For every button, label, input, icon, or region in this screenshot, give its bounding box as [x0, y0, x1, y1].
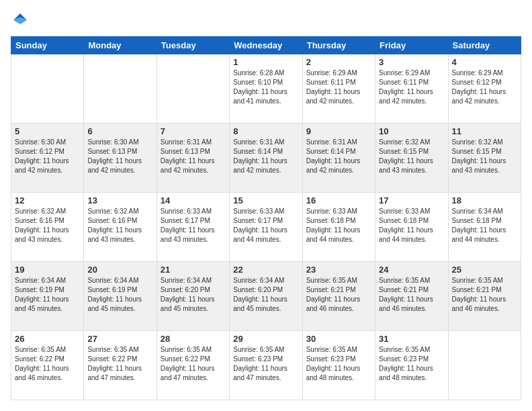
logo-icon: [11, 11, 30, 30]
calendar-cell: 30Sunrise: 6:35 AM Sunset: 6:23 PM Dayli…: [302, 331, 375, 400]
day-info: Sunrise: 6:33 AM Sunset: 6:17 PM Dayligh…: [233, 207, 298, 244]
day-number: 11: [452, 126, 517, 136]
day-info: Sunrise: 6:35 AM Sunset: 6:22 PM Dayligh…: [161, 345, 226, 383]
day-info: Sunrise: 6:35 AM Sunset: 6:22 PM Dayligh…: [87, 345, 152, 383]
calendar-cell: [11, 54, 84, 124]
day-number: 7: [161, 126, 226, 136]
calendar-cell: 21Sunrise: 6:34 AM Sunset: 6:20 PM Dayli…: [157, 262, 229, 331]
calendar-cell: 31Sunrise: 6:35 AM Sunset: 6:23 PM Dayli…: [375, 331, 448, 400]
day-number: 24: [379, 265, 444, 275]
day-number: 2: [306, 57, 371, 67]
day-number: 13: [87, 195, 152, 205]
calendar-cell: 9Sunrise: 6:31 AM Sunset: 6:14 PM Daylig…: [302, 124, 375, 193]
day-number: 3: [379, 57, 444, 67]
day-info: Sunrise: 6:35 AM Sunset: 6:22 PM Dayligh…: [15, 345, 80, 383]
day-info: Sunrise: 6:32 AM Sunset: 6:15 PM Dayligh…: [452, 138, 517, 175]
day-number: 17: [379, 195, 444, 205]
calendar-cell: 18Sunrise: 6:34 AM Sunset: 6:18 PM Dayli…: [448, 193, 521, 262]
day-header-sunday: Sunday: [11, 37, 84, 54]
day-info: Sunrise: 6:34 AM Sunset: 6:19 PM Dayligh…: [15, 276, 80, 314]
day-number: 25: [452, 265, 517, 275]
calendar-cell: 14Sunrise: 6:33 AM Sunset: 6:17 PM Dayli…: [157, 193, 229, 262]
day-info: Sunrise: 6:32 AM Sunset: 6:16 PM Dayligh…: [87, 207, 152, 244]
calendar-cell: 22Sunrise: 6:34 AM Sunset: 6:20 PM Dayli…: [230, 262, 302, 331]
header: [11, 11, 521, 30]
calendar-cell: 1Sunrise: 6:28 AM Sunset: 6:10 PM Daylig…: [230, 54, 302, 124]
day-number: 1: [233, 57, 298, 67]
day-info: Sunrise: 6:33 AM Sunset: 6:17 PM Dayligh…: [161, 207, 226, 244]
day-header-wednesday: Wednesday: [230, 37, 302, 54]
calendar-cell: 28Sunrise: 6:35 AM Sunset: 6:22 PM Dayli…: [157, 331, 229, 400]
day-header-tuesday: Tuesday: [157, 37, 229, 54]
day-info: Sunrise: 6:31 AM Sunset: 6:14 PM Dayligh…: [306, 138, 371, 175]
day-info: Sunrise: 6:32 AM Sunset: 6:15 PM Dayligh…: [379, 138, 444, 175]
day-number: 10: [379, 126, 444, 136]
day-number: 30: [306, 334, 371, 344]
calendar-cell: 5Sunrise: 6:30 AM Sunset: 6:12 PM Daylig…: [11, 124, 84, 193]
day-number: 4: [452, 57, 517, 67]
day-number: 27: [87, 334, 152, 344]
calendar-cell: 4Sunrise: 6:29 AM Sunset: 6:12 PM Daylig…: [448, 54, 521, 124]
calendar-cell: 23Sunrise: 6:35 AM Sunset: 6:21 PM Dayli…: [302, 262, 375, 331]
calendar-cell: 27Sunrise: 6:35 AM Sunset: 6:22 PM Dayli…: [84, 331, 157, 400]
day-number: 16: [306, 195, 371, 205]
calendar-cell: [84, 54, 157, 124]
day-info: Sunrise: 6:35 AM Sunset: 6:21 PM Dayligh…: [306, 276, 371, 314]
day-info: Sunrise: 6:30 AM Sunset: 6:13 PM Dayligh…: [87, 138, 152, 175]
day-number: 5: [15, 126, 80, 136]
day-number: 15: [233, 195, 298, 205]
day-info: Sunrise: 6:35 AM Sunset: 6:21 PM Dayligh…: [379, 276, 444, 314]
calendar-cell: 24Sunrise: 6:35 AM Sunset: 6:21 PM Dayli…: [375, 262, 448, 331]
day-number: 9: [306, 126, 371, 136]
day-info: Sunrise: 6:31 AM Sunset: 6:14 PM Dayligh…: [233, 138, 298, 175]
day-number: 22: [233, 265, 298, 275]
calendar-cell: 11Sunrise: 6:32 AM Sunset: 6:15 PM Dayli…: [448, 124, 521, 193]
calendar-cell: 25Sunrise: 6:35 AM Sunset: 6:21 PM Dayli…: [448, 262, 521, 331]
day-info: Sunrise: 6:31 AM Sunset: 6:13 PM Dayligh…: [161, 138, 226, 175]
day-info: Sunrise: 6:29 AM Sunset: 6:11 PM Dayligh…: [379, 68, 444, 106]
day-info: Sunrise: 6:34 AM Sunset: 6:20 PM Dayligh…: [233, 276, 298, 314]
calendar-cell: 7Sunrise: 6:31 AM Sunset: 6:13 PM Daylig…: [157, 124, 229, 193]
page: SundayMondayTuesdayWednesdayThursdayFrid…: [0, 0, 532, 411]
day-info: Sunrise: 6:35 AM Sunset: 6:23 PM Dayligh…: [306, 345, 371, 383]
day-number: 31: [379, 334, 444, 344]
day-info: Sunrise: 6:35 AM Sunset: 6:23 PM Dayligh…: [233, 345, 298, 383]
day-number: 26: [15, 334, 80, 344]
day-info: Sunrise: 6:29 AM Sunset: 6:11 PM Dayligh…: [306, 68, 371, 106]
calendar-cell: 19Sunrise: 6:34 AM Sunset: 6:19 PM Dayli…: [11, 262, 84, 331]
day-header-monday: Monday: [84, 37, 157, 54]
day-info: Sunrise: 6:34 AM Sunset: 6:18 PM Dayligh…: [452, 207, 517, 244]
day-number: 20: [87, 265, 152, 275]
day-info: Sunrise: 6:34 AM Sunset: 6:19 PM Dayligh…: [87, 276, 152, 314]
calendar-cell: 13Sunrise: 6:32 AM Sunset: 6:16 PM Dayli…: [84, 193, 157, 262]
day-info: Sunrise: 6:28 AM Sunset: 6:10 PM Dayligh…: [233, 68, 298, 106]
day-number: 8: [233, 126, 298, 136]
calendar-cell: 8Sunrise: 6:31 AM Sunset: 6:14 PM Daylig…: [230, 124, 302, 193]
day-number: 28: [161, 334, 226, 344]
day-number: 23: [306, 265, 371, 275]
calendar-cell: [448, 331, 521, 400]
day-number: 21: [161, 265, 226, 275]
day-info: Sunrise: 6:33 AM Sunset: 6:18 PM Dayligh…: [306, 207, 371, 244]
day-info: Sunrise: 6:35 AM Sunset: 6:23 PM Dayligh…: [379, 345, 444, 383]
calendar-cell: 2Sunrise: 6:29 AM Sunset: 6:11 PM Daylig…: [302, 54, 375, 124]
calendar-cell: 16Sunrise: 6:33 AM Sunset: 6:18 PM Dayli…: [302, 193, 375, 262]
day-header-saturday: Saturday: [448, 37, 521, 54]
calendar-cell: 6Sunrise: 6:30 AM Sunset: 6:13 PM Daylig…: [84, 124, 157, 193]
day-info: Sunrise: 6:32 AM Sunset: 6:16 PM Dayligh…: [15, 207, 80, 244]
day-info: Sunrise: 6:29 AM Sunset: 6:12 PM Dayligh…: [452, 68, 517, 106]
calendar-table: SundayMondayTuesdayWednesdayThursdayFrid…: [11, 36, 521, 400]
calendar-cell: 3Sunrise: 6:29 AM Sunset: 6:11 PM Daylig…: [375, 54, 448, 124]
day-number: 29: [233, 334, 298, 344]
day-header-thursday: Thursday: [302, 37, 375, 54]
calendar-cell: 17Sunrise: 6:33 AM Sunset: 6:18 PM Dayli…: [375, 193, 448, 262]
day-number: 12: [15, 195, 80, 205]
day-header-friday: Friday: [375, 37, 448, 54]
day-info: Sunrise: 6:33 AM Sunset: 6:18 PM Dayligh…: [379, 207, 444, 244]
day-number: 14: [161, 195, 226, 205]
day-number: 6: [87, 126, 152, 136]
day-number: 18: [452, 195, 517, 205]
calendar-cell: 10Sunrise: 6:32 AM Sunset: 6:15 PM Dayli…: [375, 124, 448, 193]
day-info: Sunrise: 6:34 AM Sunset: 6:20 PM Dayligh…: [161, 276, 226, 314]
day-number: 19: [15, 265, 80, 275]
